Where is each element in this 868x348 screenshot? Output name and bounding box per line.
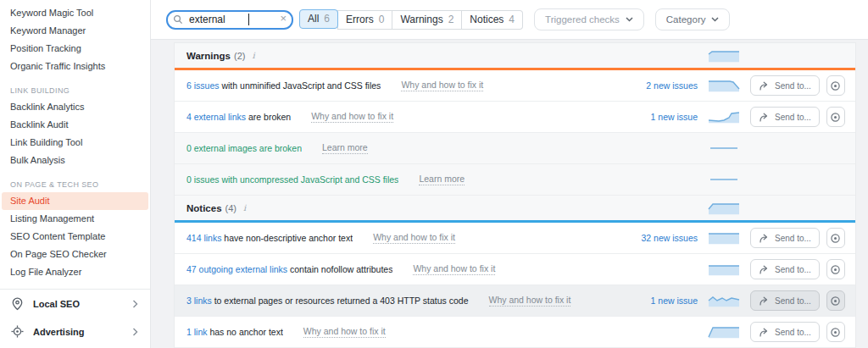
- section-count: (4): [225, 203, 236, 213]
- search-icon: [173, 14, 183, 25]
- content-background: Warnings (2) i 6 issues with unminified …: [151, 40, 868, 348]
- learn-more-link[interactable]: Learn more: [322, 142, 368, 154]
- tab-errors[interactable]: Errors 0: [337, 10, 392, 30]
- dropdown-label: Triggered checks: [545, 14, 620, 25]
- sidebar-item-keyword-manager[interactable]: Keyword Manager: [0, 22, 150, 40]
- tab-notices[interactable]: Notices 4: [462, 10, 523, 30]
- sparkline-chart: [708, 173, 740, 186]
- issue-count-link[interactable]: 6 issues: [186, 80, 220, 91]
- hide-issue-button[interactable]: [826, 259, 845, 279]
- triggered-checks-dropdown[interactable]: Triggered checks: [534, 8, 644, 30]
- sidebar-item-organic-traffic-insights[interactable]: Organic Traffic Insights: [0, 58, 150, 75]
- issue-count-link[interactable]: 1 link: [186, 327, 208, 337]
- info-icon[interactable]: i: [252, 51, 254, 60]
- tab-label: Errors: [346, 14, 374, 25]
- issue-count-link[interactable]: 47 outgoing external links: [186, 264, 287, 274]
- tab-warnings[interactable]: Warnings 2: [392, 10, 462, 30]
- send-to-label: Send to...: [775, 265, 811, 274]
- resolved-text: 0 issues with uncompressed JavaScript an…: [186, 174, 398, 185]
- tab-count: 0: [379, 14, 385, 25]
- sparkline-chart: [708, 231, 740, 245]
- sidebar-item-advertising[interactable]: Advertising: [0, 318, 150, 345]
- sparkline-chart: [708, 49, 740, 63]
- send-to-button[interactable]: Send to...: [750, 290, 820, 311]
- new-issues-link[interactable]: 32 new issues: [620, 233, 698, 243]
- send-to-button[interactable]: Send to...: [750, 107, 820, 127]
- issue-row[interactable]: 4 external links are broken Why and how …: [175, 102, 855, 133]
- hide-issue-button[interactable]: [826, 322, 845, 342]
- eye-icon: [830, 233, 841, 244]
- learn-more-link[interactable]: Learn more: [419, 174, 465, 185]
- sidebar-item-local-seo[interactable]: Local SEO: [0, 290, 150, 318]
- new-issues-link[interactable]: 1 new issue: [620, 296, 698, 306]
- sidebar-item-site-audit[interactable]: Site Audit: [2, 192, 148, 210]
- section-title: Warnings: [186, 51, 231, 61]
- new-issues-link[interactable]: 2 new issues: [620, 80, 698, 91]
- chevron-right-icon: [132, 328, 138, 336]
- send-to-label: Send to...: [775, 113, 811, 122]
- issue-row[interactable]: 1 link has no anchor text Why and how to…: [175, 317, 855, 348]
- sidebar-item-on-page-seo-checker[interactable]: On Page SEO Checker: [0, 246, 150, 263]
- sparkline-chart: [708, 202, 740, 215]
- sidebar-item-backlink-analytics[interactable]: Backlink Analytics: [0, 98, 150, 116]
- why-how-to-fix-link[interactable]: Why and how to fix it: [303, 326, 386, 338]
- send-arrow-icon: [759, 296, 770, 306]
- why-how-to-fix-link[interactable]: Why and how to fix it: [311, 111, 393, 123]
- hide-issue-button[interactable]: [826, 107, 845, 127]
- sidebar: Keyword Magic Tool Keyword Manager Posit…: [0, 0, 151, 348]
- site-audit-app: Keyword Magic Tool Keyword Manager Posit…: [0, 0, 868, 348]
- send-to-button[interactable]: Send to...: [750, 322, 820, 342]
- why-how-to-fix-link[interactable]: Why and how to fix it: [373, 232, 455, 244]
- chevron-right-icon: [132, 300, 138, 308]
- send-to-label: Send to...: [775, 81, 811, 91]
- section-count: (2): [234, 51, 245, 61]
- clear-search-icon[interactable]: ×: [280, 12, 287, 25]
- hide-issue-button[interactable]: [826, 290, 845, 311]
- sidebar-item-seo-content-template[interactable]: SEO Content Template: [0, 228, 150, 246]
- sparkline-chart: [708, 294, 740, 307]
- tab-all[interactable]: All 6: [299, 9, 338, 29]
- search-box: ×: [166, 10, 293, 30]
- sidebar-item-position-tracking[interactable]: Position Tracking: [0, 40, 150, 58]
- why-how-to-fix-link[interactable]: Why and how to fix it: [401, 80, 483, 91]
- send-arrow-icon: [759, 328, 770, 337]
- sidebar-item-log-file-analyzer[interactable]: Log File Analyzer: [0, 263, 150, 281]
- send-to-button[interactable]: Send to...: [750, 75, 820, 96]
- hide-issue-button[interactable]: [826, 228, 845, 248]
- sidebar-item-link-building-tool[interactable]: Link Building Tool: [0, 134, 150, 152]
- issue-count-link[interactable]: 3 links: [186, 296, 212, 306]
- send-to-button[interactable]: Send to...: [750, 228, 820, 248]
- send-arrow-icon: [759, 113, 770, 122]
- send-to-button[interactable]: Send to...: [750, 259, 820, 279]
- category-dropdown[interactable]: Category: [655, 8, 731, 30]
- tab-count: 4: [509, 14, 515, 25]
- sidebar-section-link-building: LINK BUILDING: [0, 83, 150, 98]
- section-title: Notices: [186, 203, 222, 213]
- info-icon[interactable]: i: [243, 203, 246, 213]
- issue-row-resolved[interactable]: 0 issues with uncompressed JavaScript an…: [175, 164, 855, 196]
- new-issues-link[interactable]: 1 new issue: [620, 112, 698, 122]
- why-how-to-fix-link[interactable]: Why and how to fix it: [413, 263, 495, 275]
- sidebar-section-onpage-tech-seo: ON PAGE & TECH SEO: [0, 177, 150, 192]
- eye-icon: [830, 296, 841, 307]
- eye-icon: [830, 327, 841, 338]
- issue-count-link[interactable]: 414 links: [186, 233, 221, 243]
- issue-row[interactable]: 3 links to external pages or resources r…: [175, 285, 855, 317]
- issue-row[interactable]: 414 links have non-descriptive anchor te…: [175, 223, 855, 254]
- issue-row-resolved[interactable]: 0 external images are broken Learn more: [175, 133, 855, 164]
- sidebar-item-label: Local SEO: [33, 299, 80, 309]
- sidebar-item-bulk-analysis[interactable]: Bulk Analysis: [0, 152, 150, 169]
- search-input[interactable]: [166, 10, 293, 30]
- sparkline-chart: [708, 141, 740, 155]
- sidebar-item-keyword-magic-tool[interactable]: Keyword Magic Tool: [0, 4, 150, 22]
- sidebar-item-listing-management[interactable]: Listing Management: [0, 210, 150, 228]
- eye-icon: [830, 264, 841, 275]
- issue-row[interactable]: 47 outgoing external links contain nofol…: [175, 254, 855, 285]
- why-how-to-fix-link[interactable]: Why and how to fix it: [489, 295, 571, 307]
- send-to-label: Send to...: [775, 234, 811, 243]
- dropdown-label: Category: [666, 14, 706, 25]
- hide-issue-button[interactable]: [826, 75, 845, 96]
- issue-row[interactable]: 6 issues with unminified JavaScript and …: [175, 70, 855, 102]
- sidebar-item-backlink-audit[interactable]: Backlink Audit: [0, 116, 150, 134]
- issue-count-link[interactable]: 4 external links: [186, 112, 246, 122]
